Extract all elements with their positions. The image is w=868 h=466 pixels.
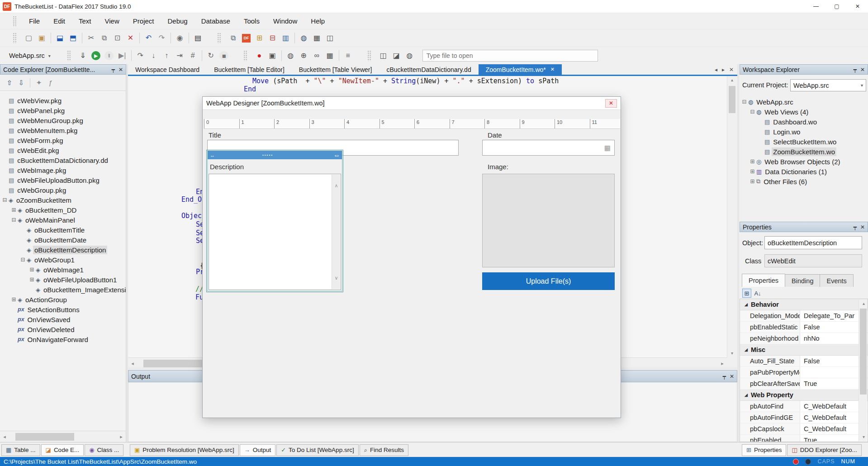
- tree-item-cwebmenugroup-pkg[interactable]: ▤cWebMenuGroup.pkg: [0, 115, 126, 125]
- database-update-icon[interactable]: ◪: [390, 50, 403, 62]
- close-icon[interactable]: ✕: [860, 224, 865, 230]
- property-value[interactable]: False: [800, 357, 868, 365]
- find-in-tables-icon[interactable]: ▦: [311, 32, 323, 44]
- tree-item-obucketitemtitle[interactable]: ◈oBucketItemTitle: [0, 225, 126, 235]
- toggle-breakpoint-icon[interactable]: #: [187, 50, 199, 62]
- restart-icon[interactable]: ↻: [205, 50, 217, 62]
- scroll-up-icon[interactable]: ▴: [859, 300, 868, 308]
- bottom-tab-to-do-list-webapp-src[interactable]: ✓To Do List [WebApp.src]: [276, 444, 358, 456]
- calendar-icon[interactable]: ▦: [604, 144, 611, 152]
- doc-tab-zoombucketitem-wo[interactable]: ZoomBucketItem.wo*✕: [479, 64, 562, 75]
- run-icon[interactable]: ▶: [90, 50, 102, 62]
- watches-window-icon[interactable]: ▣: [266, 50, 279, 62]
- bottom-tab-output[interactable]: →Output: [240, 444, 276, 456]
- print-icon[interactable]: ▤: [192, 32, 204, 44]
- dataflex-studio-icon[interactable]: DF: [240, 32, 252, 44]
- tree-item-obucketitemdescription[interactable]: ◈oBucketItemDescription: [0, 245, 126, 255]
- dialog-title-bar[interactable]: WebApp Designer [ZoomBucketItem.wo] ✕: [203, 97, 621, 110]
- expand-icon[interactable]: ⊞: [749, 158, 755, 165]
- scroll-down-icon[interactable]: ▾: [859, 433, 868, 441]
- close-icon[interactable]: ✕: [730, 374, 734, 379]
- file-open-input[interactable]: [422, 50, 598, 62]
- scroll-up-icon[interactable]: ▴: [727, 76, 737, 84]
- undo-icon[interactable]: ↶: [142, 32, 155, 44]
- scroll-right-icon[interactable]: ▸: [117, 434, 126, 440]
- doc-tab-bucketitem-table-viewer[interactable]: BucketItem [Table Viewer]: [292, 64, 379, 75]
- toolbar-grip[interactable]: [67, 50, 71, 61]
- property-grid-vscrollbar[interactable]: ▴ ▾: [859, 300, 867, 441]
- web-resource-icon[interactable]: ◍: [298, 32, 310, 44]
- tree-item-cwebmenuitem-pkg[interactable]: ▤cWebMenuItem.pkg: [0, 125, 126, 135]
- tree-item-onnavigateforward[interactable]: pxOnNavigateForward: [0, 334, 126, 344]
- scrollbar-thumb[interactable]: [729, 86, 735, 113]
- collapse-icon[interactable]: ⊟: [2, 197, 8, 203]
- tree-item-cwebview-pkg[interactable]: ▤cWebView.pkg: [0, 95, 126, 105]
- tree-item-cwebimage-pkg[interactable]: ▤cWebImage.pkg: [0, 165, 126, 175]
- report-writer-icon[interactable]: ▥: [280, 32, 292, 44]
- scroll-tabs-right-icon[interactable]: ▸: [722, 67, 725, 73]
- step-into-icon[interactable]: ↓: [147, 50, 160, 62]
- toolbar-grip[interactable]: [13, 16, 17, 27]
- run-to-cursor-icon[interactable]: ⇥: [174, 50, 186, 62]
- tree-item-web-views-4[interactable]: ⊟◍Web Views (4): [740, 107, 868, 117]
- property-row-pbenabledstatic[interactable]: pbEnabledStaticFalse: [740, 322, 868, 333]
- locals-viewer-icon[interactable]: ◍: [285, 50, 297, 62]
- close-icon[interactable]: ✕: [119, 67, 123, 72]
- compile-icon[interactable]: ⇓: [77, 50, 89, 62]
- scrollbar-thumb[interactable]: [15, 433, 74, 441]
- pin-icon[interactable]: ┯: [723, 374, 726, 379]
- property-value[interactable]: C_WebDefault: [800, 414, 868, 421]
- menu-edit[interactable]: Edit: [47, 13, 72, 29]
- sort-alphabetical-icon[interactable]: A↓: [753, 289, 762, 298]
- project-selector[interactable]: WebApp.src ▾: [5, 51, 54, 61]
- tree-item-oactiongroup[interactable]: ⊞◈oActionGroup: [0, 295, 126, 304]
- property-row-auto-fill-state[interactable]: Auto_Fill_StateFalse: [740, 356, 868, 367]
- current-project-selector[interactable]: WebApp.src ▾: [790, 79, 866, 91]
- property-value[interactable]: nhNo: [800, 335, 868, 342]
- database-builder-icon[interactable]: ⊟: [266, 32, 279, 44]
- tree-item-cwebedit-pkg[interactable]: ▤cWebEdit.pkg: [0, 145, 126, 155]
- menu-view[interactable]: View: [98, 13, 126, 29]
- menu-project[interactable]: Project: [126, 13, 161, 29]
- move-up-object-icon[interactable]: ⇧: [4, 77, 15, 89]
- environment-icon[interactable]: ◫: [324, 32, 336, 44]
- delete-icon[interactable]: ✕: [124, 32, 137, 44]
- move-handle-icon[interactable]: ↔: [210, 152, 215, 158]
- expand-icon[interactable]: ⊞: [29, 276, 35, 283]
- property-row-pbautofind[interactable]: pbAutoFindC_WebDefault: [740, 401, 868, 412]
- maximize-button[interactable]: ▢: [826, 0, 847, 13]
- menu-window[interactable]: Window: [266, 13, 304, 29]
- collapse-icon[interactable]: ⊟: [20, 257, 26, 263]
- record-macro-icon[interactable]: ◉: [174, 32, 186, 44]
- tree-item-ozoombucketitem[interactable]: ⊟◈oZoomBucketItem: [0, 195, 126, 205]
- tree-item-selectbucketitem-wo[interactable]: ▤SelectBucketItem.wo: [740, 137, 868, 147]
- pin-icon[interactable]: ┯: [854, 224, 857, 230]
- functions-filter-icon[interactable]: ƒ: [45, 77, 57, 89]
- copy-special-icon[interactable]: ⧉: [227, 32, 239, 44]
- object-value-field[interactable]: oBucketItemDescription: [764, 236, 862, 249]
- widget-selection-handle-bar[interactable]: ↔ ••••• ⇔: [208, 151, 342, 159]
- toolbar-grip[interactable]: [243, 50, 247, 61]
- menu-help[interactable]: Help: [304, 13, 332, 29]
- menu-database[interactable]: Database: [194, 13, 237, 29]
- expand-icon[interactable]: ⊞: [749, 178, 755, 185]
- toolbar-grip[interactable]: [367, 50, 371, 61]
- open-file-icon[interactable]: ▣: [36, 32, 48, 44]
- new-file-icon[interactable]: ▢: [23, 32, 35, 44]
- stop-icon[interactable]: ◼: [218, 50, 230, 62]
- scrollbar-track[interactable]: [9, 433, 117, 441]
- right-splitter[interactable]: [737, 64, 739, 442]
- scroll-left-icon[interactable]: ◂: [0, 434, 9, 440]
- property-row-peneighborhood[interactable]: peNeighborhoodnhNo: [740, 333, 868, 344]
- property-value[interactable]: True: [800, 380, 868, 387]
- tree-item-zoombucketitem-wo[interactable]: ▤ZoomBucketItem.wo: [740, 147, 868, 157]
- pin-icon[interactable]: ┯: [112, 67, 115, 72]
- tab-events[interactable]: Events: [820, 274, 853, 287]
- tree-item-login-wo[interactable]: ▤Login.wo: [740, 127, 868, 137]
- close-tab-icon[interactable]: ✕: [550, 67, 555, 72]
- resize-handle-icon[interactable]: ⇔: [333, 151, 340, 159]
- property-category-behavior[interactable]: ◢Behavior: [740, 299, 868, 310]
- categorize-icon[interactable]: ⊞: [742, 289, 751, 298]
- scroll-up-icon[interactable]: ∧: [332, 183, 341, 189]
- property-row-pbenabled[interactable]: pbEnabledTrue: [740, 435, 868, 442]
